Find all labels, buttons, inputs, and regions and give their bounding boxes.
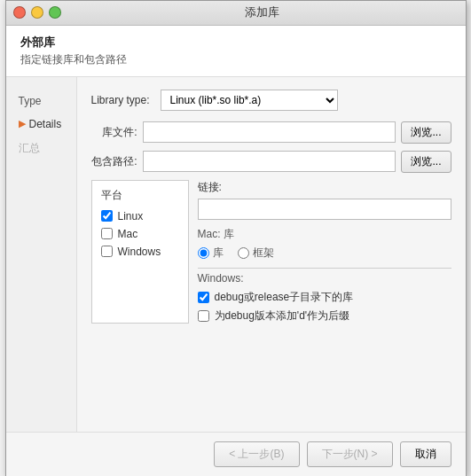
windows-options: debug或release子目录下的库 为debug版本添加'd'作为后缀: [198, 290, 451, 324]
header-title: 外部库: [20, 35, 451, 51]
platform-title: 平台: [101, 188, 179, 203]
win-debug-suffix-label: 为debug版本添加'd'作为后缀: [215, 308, 350, 324]
radio-library[interactable]: [198, 247, 209, 259]
win-debug-suffix-checkbox[interactable]: [198, 310, 209, 322]
radio-library-label: 库: [213, 246, 224, 261]
linux-checkbox[interactable]: [101, 210, 113, 222]
linux-label: Linux: [118, 210, 144, 222]
library-type-select[interactable]: Linux (lib*.so lib*.a): [161, 90, 338, 111]
library-file-row: 库文件: 浏览...: [91, 121, 451, 144]
arrow-icon: ▶: [19, 118, 26, 129]
mac-radio-group: 库 框架: [198, 246, 451, 261]
sidebar-item-details[interactable]: ▶ Details: [13, 114, 69, 134]
window-title: 添加库: [67, 4, 459, 20]
windows-label: Windows: [118, 246, 161, 258]
win-debug-release-label: debug或release子目录下的库: [215, 290, 354, 305]
sidebar-type-label: Type: [19, 95, 42, 107]
header-section: 外部库 指定链接库和包含路径: [6, 26, 466, 77]
maximize-button[interactable]: [49, 6, 61, 19]
next-button[interactable]: 下一步(N) >: [307, 441, 393, 467]
link-label: 链接:: [198, 180, 451, 195]
mac-section-label: Mac: 库: [198, 227, 451, 242]
windows-section-label: Windows:: [198, 272, 451, 285]
include-path-input[interactable]: [143, 151, 396, 172]
library-file-input[interactable]: [143, 121, 396, 143]
platform-box: 平台 Linux Mac Windows: [91, 180, 189, 324]
radio-framework-item: 框架: [238, 246, 274, 261]
mac-checkbox[interactable]: [101, 228, 113, 239]
linux-checkbox-item: Linux: [101, 210, 179, 222]
two-columns: 平台 Linux Mac Windows: [91, 180, 451, 324]
library-type-row: Library type: Linux (lib*.so lib*.a): [91, 90, 451, 111]
radio-library-item: 库: [198, 246, 224, 261]
win-debug-suffix-item: 为debug版本添加'd'作为后缀: [198, 308, 451, 324]
link-box: 链接: Mac: 库 库 框架 Windows: [198, 180, 451, 324]
titlebar: 添加库: [6, 1, 466, 26]
minimize-button[interactable]: [31, 6, 43, 19]
include-path-row: 包含路径: 浏览...: [91, 151, 451, 173]
windows-checkbox[interactable]: [101, 246, 113, 257]
sidebar: Type ▶ Details 汇总: [6, 77, 77, 432]
main-content: Type ▶ Details 汇总 Library type: Linux (l…: [6, 77, 466, 432]
sidebar-item-type[interactable]: Type: [13, 91, 69, 111]
browse-include-button[interactable]: 浏览...: [401, 151, 451, 173]
main-window: 添加库 外部库 指定链接库和包含路径 Type ▶ Details 汇总 Lib…: [5, 0, 467, 476]
sidebar-item-summary: 汇总: [13, 137, 69, 160]
radio-framework[interactable]: [238, 247, 249, 259]
win-debug-release-checkbox[interactable]: [198, 292, 209, 303]
header-subtitle: 指定链接库和包含路径: [20, 52, 451, 67]
radio-framework-label: 框架: [253, 246, 274, 261]
library-type-label: Library type:: [91, 94, 150, 106]
link-input[interactable]: [198, 199, 451, 220]
right-panel: Library type: Linux (lib*.so lib*.a) 库文件…: [77, 77, 466, 432]
cancel-button[interactable]: 取消: [400, 441, 451, 467]
sidebar-summary-label: 汇总: [19, 142, 40, 154]
browse-file-button[interactable]: 浏览...: [401, 121, 451, 144]
sidebar-details-label: Details: [29, 118, 62, 130]
include-path-label: 包含路径:: [91, 154, 137, 169]
separator: [198, 268, 451, 269]
prev-button[interactable]: < 上一步(B): [214, 441, 299, 467]
footer: < 上一步(B) 下一步(N) > 取消: [6, 432, 466, 476]
win-debug-release-item: debug或release子目录下的库: [198, 290, 451, 305]
close-button[interactable]: [13, 6, 26, 19]
mac-label: Mac: [118, 228, 138, 240]
mac-checkbox-item: Mac: [101, 228, 179, 240]
windows-checkbox-item: Windows: [101, 246, 179, 258]
library-file-label: 库文件:: [91, 125, 137, 140]
